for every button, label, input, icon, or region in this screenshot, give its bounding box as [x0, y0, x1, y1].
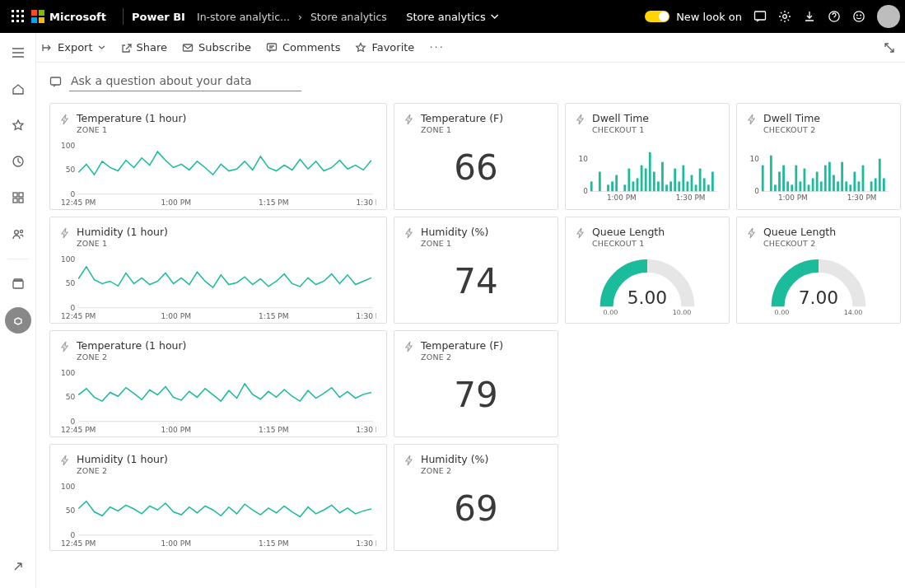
svg-text:100: 100 — [61, 483, 76, 491]
svg-rect-103 — [870, 181, 873, 191]
svg-rect-90 — [816, 172, 819, 192]
bolt-icon — [60, 454, 70, 469]
help-icon[interactable] — [828, 10, 841, 23]
svg-rect-99 — [853, 172, 856, 192]
qa-bar[interactable]: Ask a question about your data — [49, 72, 892, 91]
comments-button[interactable]: Comments — [266, 41, 340, 54]
tile-title: Queue Length — [763, 226, 836, 238]
subscribe-button[interactable]: Subscribe — [182, 41, 251, 54]
svg-rect-64 — [682, 166, 684, 192]
chevron-right-icon: › — [298, 11, 302, 23]
svg-rect-91 — [820, 181, 823, 191]
svg-rect-53 — [637, 178, 639, 191]
workspaces-icon[interactable] — [5, 271, 31, 297]
svg-text:1:15 PM: 1:15 PM — [259, 426, 289, 433]
workspace-title: Store analytics — [406, 11, 486, 23]
svg-text:10.00: 10.00 — [673, 309, 692, 316]
tile-tempZ1Val[interactable]: Temperature (F) ZONE 166 — [394, 103, 558, 210]
tile-humZ1Line[interactable]: Humidity (1 hour) ZONE 1 050100 12:45 PM… — [49, 217, 387, 324]
tile-tempZ1Line[interactable]: Temperature (1 hour) ZONE 1 050100 12:45… — [49, 103, 387, 210]
svg-text:1:30 PM: 1:30 PM — [357, 312, 376, 320]
svg-text:50: 50 — [66, 166, 76, 174]
svg-text:1:00 PM: 1:00 PM — [161, 312, 192, 320]
microsoft-logo-icon — [31, 10, 44, 23]
tile-humZ2Val[interactable]: Humidity (%) ZONE 269 — [394, 444, 558, 551]
metric-value: 66 — [404, 139, 548, 191]
smile-icon[interactable] — [852, 10, 865, 23]
tile-queue1[interactable]: Queue Length CHECKOUT 1 5.00 0.00 10.00 — [565, 217, 730, 324]
svg-rect-61 — [669, 181, 672, 191]
breadcrumb-parent[interactable]: In-store analytic... — [197, 11, 290, 23]
workspace-dropdown[interactable]: Store analytics — [406, 11, 499, 23]
svg-rect-3 — [12, 15, 14, 17]
tile-humZ2Line[interactable]: Humidity (1 hour) ZONE 2 050100 12:45 PM… — [49, 444, 387, 551]
app-launcher-icon[interactable] — [5, 10, 31, 23]
tile-subtitle: ZONE 2 — [421, 466, 488, 475]
export-button[interactable]: Export — [41, 41, 105, 54]
tile-dwell2[interactable]: Dwell Time CHECKOUT 2 0101:00 PM1:30 PM — [736, 103, 901, 210]
svg-rect-51 — [627, 169, 630, 192]
svg-rect-65 — [687, 181, 689, 191]
tile-dwell1[interactable]: Dwell Time CHECKOUT 1 0101:00 PM1:30 PM — [565, 103, 730, 210]
svg-point-16 — [854, 12, 864, 21]
svg-rect-82 — [782, 166, 785, 192]
breadcrumb-current[interactable]: Store analytics — [310, 11, 387, 23]
toggle-switch[interactable] — [645, 11, 669, 22]
qa-input[interactable]: Ask a question about your data — [69, 72, 301, 91]
tile-title: Dwell Time — [592, 112, 649, 124]
svg-rect-55 — [645, 169, 647, 192]
svg-rect-83 — [786, 181, 789, 191]
toggle-label: New look on — [676, 11, 742, 23]
svg-rect-63 — [678, 181, 680, 191]
tile-tempZ2Val[interactable]: Temperature (F) ZONE 279 — [394, 330, 558, 437]
svg-rect-71 — [711, 172, 714, 192]
tile-queue2[interactable]: Queue Length CHECKOUT 2 7.00 0.00 14.00 — [736, 217, 901, 324]
svg-rect-79 — [770, 156, 772, 191]
shared-icon[interactable] — [5, 221, 31, 247]
svg-text:1:00 PM: 1:00 PM — [161, 426, 192, 433]
svg-text:50: 50 — [66, 279, 76, 287]
svg-text:1:30 PM: 1:30 PM — [357, 426, 376, 433]
svg-rect-89 — [812, 178, 814, 191]
svg-text:1:00 PM: 1:00 PM — [778, 194, 808, 201]
svg-text:0.00: 0.00 — [604, 309, 618, 316]
svg-rect-106 — [883, 178, 885, 191]
avatar[interactable] — [877, 5, 900, 28]
svg-text:0.00: 0.00 — [775, 309, 790, 316]
current-app-icon[interactable] — [5, 307, 31, 334]
new-look-toggle[interactable]: New look on — [645, 11, 742, 23]
svg-rect-47 — [611, 181, 613, 191]
share-button[interactable]: Share — [120, 41, 168, 54]
chat-icon[interactable] — [753, 10, 767, 23]
home-icon[interactable] — [5, 76, 31, 102]
tile-tempZ2Line[interactable]: Temperature (1 hour) ZONE 2 050100 12:45… — [49, 330, 387, 437]
svg-rect-13 — [755, 12, 766, 20]
powerbi-brand[interactable]: Power BI — [132, 11, 185, 23]
gear-icon[interactable] — [778, 10, 791, 23]
download-icon[interactable] — [803, 10, 816, 23]
svg-rect-46 — [607, 184, 609, 191]
svg-point-24 — [14, 231, 18, 235]
svg-rect-54 — [641, 166, 643, 192]
bolt-icon — [60, 340, 70, 356]
expand-icon[interactable] — [5, 553, 31, 580]
more-button[interactable]: ··· — [429, 41, 444, 54]
svg-rect-104 — [875, 178, 877, 191]
tile-humZ1Val[interactable]: Humidity (%) ZONE 174 — [394, 217, 558, 324]
favorites-icon[interactable] — [5, 112, 31, 138]
breadcrumb[interactable]: In-store analytic... › Store analytics — [197, 11, 387, 23]
chevron-down-icon — [491, 12, 499, 21]
svg-text:1:15 PM: 1:15 PM — [259, 198, 289, 206]
nav-collapse-icon[interactable] — [5, 40, 31, 66]
svg-text:1:30 PM: 1:30 PM — [847, 194, 877, 201]
favorite-button[interactable]: Favorite — [355, 41, 414, 54]
recent-icon[interactable] — [5, 148, 31, 175]
tile-subtitle: ZONE 1 — [421, 125, 503, 134]
svg-point-25 — [20, 230, 22, 232]
tile-title: Temperature (1 hour) — [77, 339, 186, 352]
apps-icon[interactable] — [5, 184, 31, 211]
fullscreen-button[interactable] — [884, 42, 895, 54]
tile-title: Humidity (%) — [421, 453, 488, 465]
bolt-icon — [404, 454, 414, 469]
tile-subtitle: CHECKOUT 2 — [763, 239, 836, 248]
